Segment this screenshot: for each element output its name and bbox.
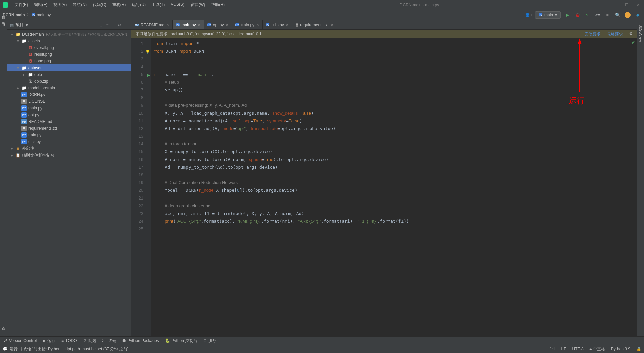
line-number[interactable]: 3 <box>131 55 151 63</box>
tree-arrow-icon[interactable]: ▸ <box>10 153 14 158</box>
tree-item[interactable]: ▸model_pretrain <box>7 85 131 91</box>
line-number[interactable]: 1 <box>131 40 151 47</box>
tree-item[interactable]: train.py <box>7 132 131 138</box>
menu-item[interactable]: 视图(V) <box>51 1 69 9</box>
bottom-tool-TODO[interactable]: ≡TODO <box>61 338 77 343</box>
hide-icon[interactable]: — <box>124 23 128 27</box>
tree-item[interactable]: requirements.txt <box>7 125 131 132</box>
run-configuration-selector[interactable]: main ▾ <box>535 11 561 19</box>
bottom-tool-Python Packages[interactable]: ⬢Python Packages <box>122 338 159 343</box>
tree-item[interactable]: ▸临时文件和控制台 <box>7 152 131 159</box>
tree-item[interactable]: ▸dblp <box>7 71 131 78</box>
line-number[interactable]: 10 <box>131 109 151 117</box>
add-user-icon[interactable]: 👤+ <box>525 11 532 19</box>
caret-position[interactable]: 1:1 <box>550 347 555 351</box>
maximize-button[interactable]: ☐ <box>624 1 630 9</box>
menu-item[interactable]: 编辑(E) <box>31 1 50 9</box>
line-number[interactable]: 12 <box>131 125 151 132</box>
tree-item[interactable]: ▸外部库 <box>7 145 131 152</box>
breadcrumb-root[interactable]: DCRN-main <box>3 13 25 17</box>
menu-item[interactable]: VCS(S) <box>168 1 187 9</box>
file-encoding[interactable]: UTF-8 <box>572 347 584 351</box>
bottom-tool-终端[interactable]: >_终端 <box>102 338 117 344</box>
line-number[interactable]: 13 <box>131 132 151 140</box>
menu-item[interactable]: 运行(U) <box>129 1 148 9</box>
minimize-button[interactable]: — <box>611 1 618 9</box>
expand-all-icon[interactable]: ≡ <box>106 23 108 27</box>
line-number[interactable]: 17 <box>131 163 151 171</box>
code-editor[interactable]: from train import * from DCRN import DCR… <box>152 38 637 336</box>
line-number[interactable]: 2💡 <box>131 47 151 55</box>
line-number[interactable]: 16 <box>131 156 151 163</box>
settings-icon[interactable]: ⚙ <box>117 23 121 27</box>
menu-item[interactable]: 文件(F) <box>12 1 31 9</box>
run-button[interactable]: ▶ <box>564 11 571 19</box>
tree-item[interactable]: result.png <box>7 51 131 58</box>
tree-item[interactable]: README.md <box>7 118 131 125</box>
select-opened-file-icon[interactable]: ⊕ <box>99 23 103 27</box>
readonly-lock-icon[interactable]: 🔒 <box>636 347 641 351</box>
line-number[interactable]: 6 <box>131 78 151 86</box>
run-gutter-icon[interactable]: ▶ <box>147 71 150 79</box>
tool-sciview[interactable]: SciView <box>639 29 643 42</box>
menu-item[interactable]: 代码(C) <box>90 1 109 9</box>
bottom-tool-Version Control[interactable]: ⎇Version Control <box>3 338 37 343</box>
ignore-requirements-link[interactable]: 忽略要求 <box>607 31 623 37</box>
line-number[interactable]: 14 <box>131 140 151 148</box>
inspection-ok-icon[interactable]: ✔ <box>631 40 635 45</box>
python-interpreter[interactable]: Python 3.9 <box>611 347 630 351</box>
line-number[interactable]: 9 <box>131 101 151 109</box>
menu-item[interactable]: 工具(T) <box>149 1 167 9</box>
line-number[interactable]: 8 <box>131 94 151 101</box>
line-number[interactable]: 21 <box>131 194 151 202</box>
editor-tab[interactable]: requirements.txt× <box>292 20 337 29</box>
line-number[interactable]: 7 <box>131 86 151 94</box>
tree-item[interactable]: DCRN.py <box>7 91 131 98</box>
tree-item[interactable]: t-sne.png <box>7 58 131 64</box>
stop-button[interactable]: ■ <box>604 11 611 19</box>
bottom-tool-服务[interactable]: ⊙服务 <box>203 338 216 344</box>
close-button[interactable]: ✕ <box>635 1 641 9</box>
tree-item[interactable]: ▾DCRN-mainF:\大四第一学期\毕业设计\实验项目\DCRN\DCRN <box>7 31 131 38</box>
tree-item[interactable]: overall.png <box>7 44 131 51</box>
tree-item[interactable]: main.py <box>7 105 131 112</box>
line-number[interactable]: 18 <box>131 171 151 179</box>
tree-item[interactable]: dblp.zip <box>7 78 131 85</box>
tree-arrow-icon[interactable]: ▸ <box>10 146 14 151</box>
line-number[interactable]: 22 <box>131 202 151 210</box>
line-number[interactable]: 15 <box>131 148 151 156</box>
editor-tab[interactable]: train.py× <box>232 20 263 29</box>
editor-gutter[interactable]: 12💡345▶678910111213141516171819202122232… <box>131 38 152 336</box>
tree-item[interactable]: ▾assets <box>7 38 131 44</box>
close-tab-icon[interactable]: × <box>286 22 289 27</box>
tree-arrow-icon[interactable]: ▸ <box>16 86 20 90</box>
bottom-tool-问题[interactable]: ⊘问题 <box>83 338 96 344</box>
tree-item[interactable]: LICENSE <box>7 98 131 105</box>
close-tab-icon[interactable]: × <box>166 22 169 27</box>
gear-icon[interactable]: ⚙ <box>629 31 633 37</box>
line-separator[interactable]: LF <box>561 347 566 351</box>
tree-arrow-icon[interactable]: ▾ <box>10 32 14 37</box>
tree-arrow-icon[interactable]: ▸ <box>22 72 26 77</box>
menu-item[interactable]: 导航(N) <box>70 1 89 9</box>
line-number[interactable]: 11 <box>131 117 151 125</box>
close-tab-icon[interactable]: × <box>256 22 259 27</box>
search-everywhere-button[interactable]: 🔍 <box>614 11 621 19</box>
line-number[interactable]: 4 <box>131 63 151 71</box>
project-tree[interactable]: ▾DCRN-mainF:\大四第一学期\毕业设计\实验项目\DCRN\DCRN▾… <box>7 30 131 336</box>
editor-tab[interactable]: opt.py× <box>204 20 232 29</box>
line-number[interactable]: 25 <box>131 225 151 233</box>
debug-button[interactable]: 🐞 <box>574 11 581 19</box>
line-number[interactable]: 23 <box>131 210 151 217</box>
line-number[interactable]: 19 <box>131 179 151 186</box>
breadcrumb[interactable]: DCRN-main 〉 main.py <box>3 12 51 18</box>
breadcrumb-file[interactable]: main.py <box>37 13 51 17</box>
code-with-me-icon[interactable]: ◆ <box>634 11 641 19</box>
menu-item[interactable]: 帮助(H) <box>208 1 227 9</box>
tree-item[interactable]: ▾dataset <box>7 64 131 71</box>
menu-item[interactable]: 窗口(W) <box>188 1 208 9</box>
bottom-tool-运行[interactable]: ▶运行 <box>43 338 55 344</box>
line-number[interactable]: 5▶ <box>131 71 151 78</box>
install-requirements-link[interactable]: 安装要求 <box>585 31 601 37</box>
tree-arrow-icon[interactable]: ▾ <box>16 65 20 70</box>
